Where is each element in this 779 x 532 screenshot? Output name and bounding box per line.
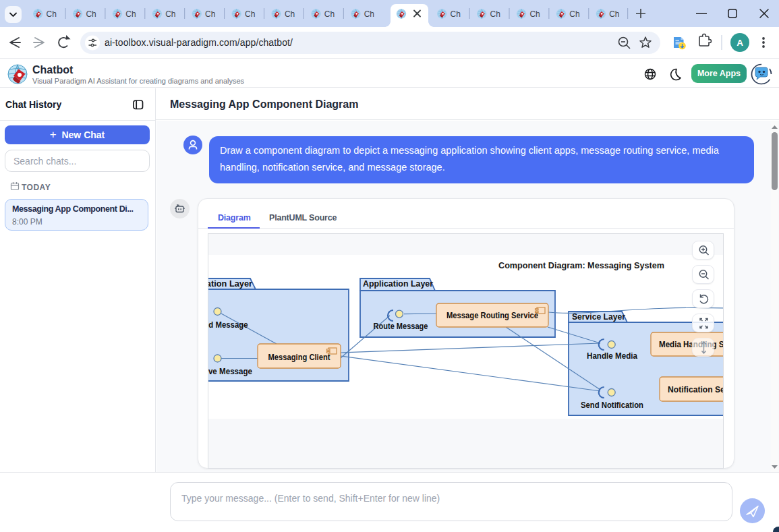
svg-text:Ch: Ch [324,9,335,19]
svg-text:Ch: Ch [47,9,57,19]
svg-text:Route Message: Route Message [374,322,428,331]
svg-text:Receive Message: Receive Message [208,367,252,376]
svg-text:Ch: Ch [245,9,255,19]
svg-text:Ch: Ch [569,9,579,19]
svg-text:Presentation Layer: Presentation Layer [208,278,252,289]
svg-text:Ch: Ch [125,9,136,19]
svg-text:Ch: Ch [490,9,500,19]
svg-text:Ch: Ch [529,9,540,19]
svg-text:Send Notification: Send Notification [581,401,643,410]
svg-text:Ch: Ch [609,9,619,19]
svg-text:Ch: Ch [205,9,215,19]
svg-text:Messaging Client: Messaging Client [268,352,331,362]
svg-text:A: A [737,38,743,48]
svg-text:Notification Service: Notification Service [668,384,724,394]
svg-text:Message Routing Service: Message Routing Service [446,310,538,320]
svg-text:Ch: Ch [86,9,96,19]
svg-text:Send Message: Send Message [208,320,248,330]
svg-text:Component Diagram: Messaging S: Component Diagram: Messaging System [498,260,664,270]
svg-text:Ch: Ch [165,9,175,19]
svg-text:Ch: Ch [285,9,295,19]
svg-text:Handle Media: Handle Media [587,351,638,361]
svg-text:Application Layer: Application Layer [363,278,433,289]
svg-text:Ch: Ch [451,9,461,19]
svg-text:Ch: Ch [364,9,374,19]
